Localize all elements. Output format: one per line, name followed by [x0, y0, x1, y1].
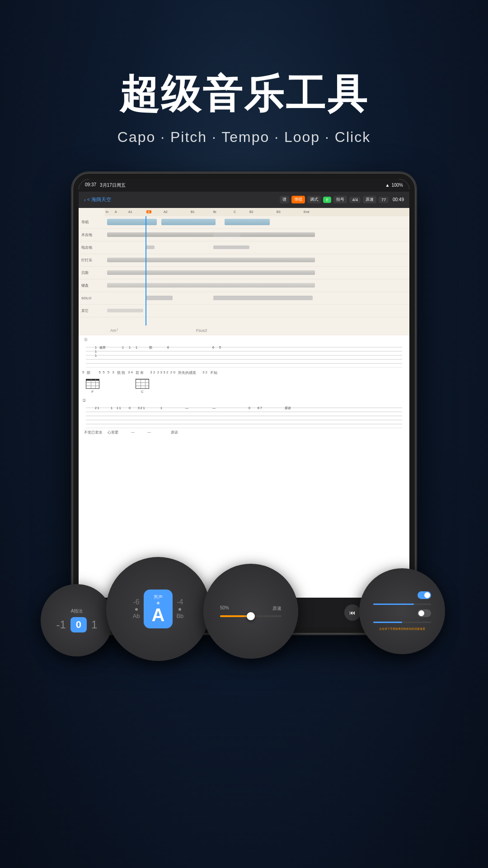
svg-text:1: 1 — [160, 406, 162, 410]
prev-button[interactable]: ⏮ — [344, 604, 361, 621]
capo-counter: -1 0 1 — [56, 617, 98, 632]
tempo-control: 50% 原速 — [220, 605, 282, 617]
pitch-note: A — [152, 606, 165, 624]
nav-tab-play[interactable]: 弹唱 — [291, 196, 305, 203]
svg-text:1: 1 — [95, 346, 97, 349]
nav-tab-beat[interactable]: 拍号 — [333, 196, 347, 203]
subtitle: Capo · Pitch · Tempo · Loop · Click — [117, 129, 371, 146]
click-note: 点击录下手势效果控制录你的演奏速度 — [373, 627, 431, 631]
hero-section: 超级音乐工具 Capo · Pitch · Tempo · Loop · Cli… — [117, 0, 371, 146]
chord-am7: Am⁷ — [110, 328, 118, 333]
lyric-word-7: 3 4 — [128, 370, 133, 374]
waveform-guitar-e — [105, 241, 409, 254]
tempo-left-label: 50% — [220, 605, 229, 612]
click-controls: 点击录下手势效果控制录你的演奏速度 — [373, 591, 431, 631]
chord-diagram-c: C — [136, 379, 149, 394]
lyric-2-4: — — [147, 430, 151, 435]
click-track-2[interactable] — [373, 622, 431, 623]
svg-text:0: 0 — [249, 406, 250, 410]
track-label-vocal: 导唱 — [79, 216, 105, 229]
nav-tab-tempo[interactable]: 原速 — [363, 196, 376, 203]
nav-controls: 谱 弹唱 调式 E 拍号 4/4 原速 77 00:49 — [280, 196, 404, 203]
svg-text:1: 1 — [129, 346, 131, 349]
waveform-bass — [105, 267, 409, 279]
lyric-2-5: 原谅 — [171, 430, 178, 435]
svg-text:1: 1 — [95, 354, 97, 357]
track-label-guitar-a: 木吉他 — [79, 229, 105, 241]
wifi-icon: ▲ — [385, 183, 390, 188]
pitch-center-card: 男声 A — [144, 590, 173, 628]
capo-circle[interactable]: A指法 -1 0 1 — [41, 584, 113, 656]
screen-content: 09:37 3月17日周五 ▲ 100% ‹ < 海阔天空 谱 弹唱 调式 — [79, 179, 409, 627]
section-b3: B3 — [277, 210, 281, 213]
measure-num-15: ⑮ — [84, 337, 88, 342]
lyric-word-1: 5 — [82, 370, 84, 374]
chord-name-f: F — [92, 390, 94, 394]
section-a1: A1 — [128, 210, 132, 213]
section-end: End — [304, 210, 309, 213]
waveform-other — [105, 305, 409, 317]
click-slider-2 — [373, 622, 431, 623]
svg-text:6 7: 6 7 — [258, 406, 262, 410]
tempo-fill — [220, 615, 251, 617]
tempo-thumb — [247, 612, 255, 620]
track-label-other: 其它 — [79, 305, 105, 317]
click-toggle-row — [373, 591, 431, 599]
track-label-bass: 贝斯 — [79, 267, 105, 279]
capo-circle-label: A指法 — [71, 608, 83, 614]
tempo-labels: 50% 原速 — [220, 605, 282, 612]
waveform-solo — [105, 292, 409, 305]
pitch-center-dot — [157, 602, 160, 604]
click-circle[interactable]: 点击录下手势效果控制录你的演奏速度 — [359, 568, 445, 654]
click-slider-1 — [373, 604, 431, 605]
chord-diagrams: F C — [82, 377, 406, 396]
nav-back-button[interactable]: ‹ < 海阔天空 — [84, 196, 111, 203]
click-toggle-thumb — [424, 592, 430, 598]
tab-notation: ⑮ 1 1 1 放弃 1 — [79, 335, 409, 598]
section-b: B — [146, 210, 151, 213]
lyric-2-3: — — [131, 430, 135, 435]
svg-text:1: 1 — [111, 406, 113, 410]
click-toggle[interactable] — [418, 591, 431, 599]
tempo-circle[interactable]: 50% 原速 — [203, 564, 298, 659]
main-title: 超级音乐工具 — [119, 72, 369, 116]
track-area[interactable]: In A A1 B A2 B1 Br C B2 B3 End 导唱 木吉他 电吉… — [79, 208, 409, 326]
nav-tab-bpm[interactable]: 77 — [379, 197, 389, 203]
pitch-circle[interactable]: -6 Ab 男声 A -4 Bb — [106, 557, 210, 661]
pitch-left-num: -6 — [133, 598, 139, 606]
tempo-track[interactable] — [220, 615, 282, 617]
svg-text:—: — — [212, 406, 216, 410]
lyric-word-10: 所失的感觉 — [178, 370, 196, 375]
waveform-vocal — [105, 216, 409, 229]
track-label-drums: 打打乐 — [79, 254, 105, 267]
click-toggle-2[interactable] — [418, 609, 431, 617]
section-a: A — [115, 210, 117, 213]
nav-tab-score[interactable]: 谱 — [280, 196, 289, 203]
waveform-keys — [105, 279, 409, 292]
nav-tab-timesig[interactable]: 4/4 — [349, 197, 361, 203]
status-bar: 09:37 3月17日周五 ▲ 100% — [79, 179, 409, 192]
svg-text:1 1: 1 1 — [117, 406, 121, 410]
click-track-1[interactable] — [373, 604, 431, 605]
svg-text:2 1: 2 1 — [95, 406, 99, 410]
tempo-right-label: 原速 — [272, 605, 282, 612]
lyric-word-3: 5 5 — [99, 370, 104, 374]
status-date: 3月17日周五 — [100, 182, 126, 189]
lyric-word-2: 那 — [87, 370, 90, 375]
capo-minus-value: -1 — [56, 618, 66, 631]
section-in: In — [106, 210, 108, 213]
svg-text:5: 5 — [219, 346, 221, 349]
playhead — [145, 216, 146, 326]
lyrics-row-2: 不觉已变淡 心里爱 — — 原谅 — [82, 430, 406, 435]
lyric-word-8: 若 有 — [136, 370, 144, 375]
tab-staff-svg-2: 2 1 1 1 1 0 3 2 1 1 — — 0 6 7 原谅 — [82, 404, 406, 428]
svg-text:6: 6 — [167, 346, 169, 349]
nav-tab-key[interactable]: E — [323, 197, 331, 203]
capo-current-value: 0 — [70, 617, 87, 632]
lyric-word-6: 慌 悦 — [117, 370, 125, 375]
nav-title: < 海阔天空 — [87, 196, 111, 203]
nav-tab-mode[interactable]: 调式 — [307, 196, 321, 203]
chord-fsus2: Fsus2 — [196, 328, 207, 333]
svg-text:6: 6 — [212, 346, 214, 349]
lyric-word-9: 3 2 2 3 3 2 2 0 — [150, 370, 175, 374]
